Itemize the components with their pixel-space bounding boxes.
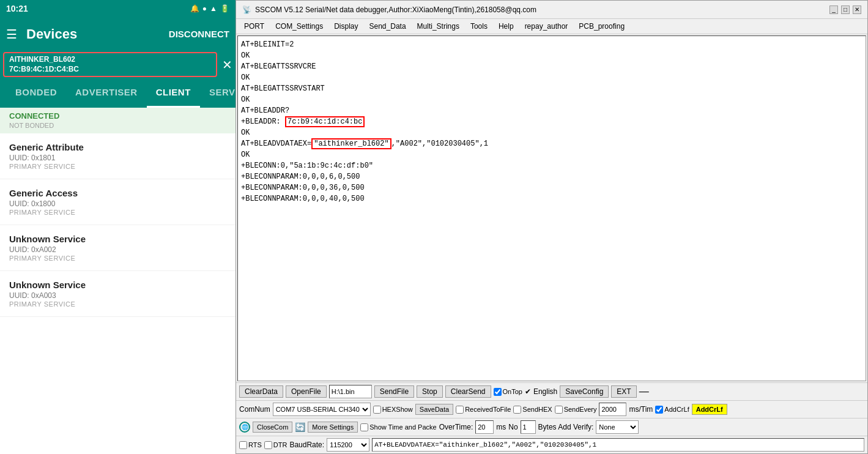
add-crlf-checkbox[interactable] [655,406,663,414]
send-every-label[interactable]: SendEvery [555,406,597,414]
send-hex-checkbox[interactable] [513,406,521,414]
save-data-button[interactable]: SaveData [415,404,453,415]
sscom-app-icon: 📡 [242,6,251,14]
rts-label[interactable]: RTS [239,441,262,449]
service-uuid: UUID: 0x1801 [9,154,226,162]
maximize-button[interactable]: □ [841,6,850,14]
add-crlf-label[interactable]: AddCrLf [655,406,689,414]
globe-icon: 🌐 [239,422,250,433]
services-list: Generic Attribute UUID: 0x1801 PRIMARY S… [0,133,236,454]
service-type: PRIMARY SERVICE [9,163,226,170]
menu-item-port[interactable]: PORT [239,21,269,32]
baud-rate-select[interactable]: 115200 [327,438,369,452]
hamburger-menu-icon[interactable]: ☰ [6,27,17,42]
bottom-toolbar: ClearData OpenFile SendFile Stop ClearSe… [236,382,867,400]
service-type: PRIMARY SERVICE [9,300,226,308]
app-title: Devices [26,26,160,42]
file-path-input[interactable] [329,385,372,398]
menu-item-multi-strings[interactable]: Multi_Strings [412,21,464,32]
more-settings-button[interactable]: More Settings [308,422,358,433]
bytes-add-verify-label: Bytes Add Verify: [538,423,594,431]
minus-icon: — [639,386,649,397]
received-to-file-checkbox[interactable] [456,406,464,414]
bleaddr-highlight: 7c:b9:4c:1d:c4:bc [285,116,365,127]
ext-button[interactable]: EXT [611,385,636,398]
service-name: Unknown Service [9,280,226,290]
service-uuid: UUID: 0xA003 [9,291,226,300]
baud-rate-label: BaudRate: [289,441,324,449]
over-time-label: OverTime: [439,423,473,431]
show-time-label[interactable]: Show Time and Packe [360,423,436,431]
menu-item-pcb-proofing[interactable]: PCB_proofing [574,21,629,32]
menu-item-send-data[interactable]: Send_Data [365,21,411,32]
log-line: +BLEADDR: 7c:b9:4c:1d:c4:bc [241,116,862,127]
over-time-input[interactable] [475,420,494,434]
tabs-row: BONDED ADVERTISER CLIENT SERVER ⋮ [0,78,236,108]
hex-show-checkbox[interactable] [373,406,381,414]
menu-item-display[interactable]: Display [329,21,363,32]
log-line: AT+BLEGATTSSRVCRE [241,61,862,72]
minimize-button[interactable]: _ [829,6,838,14]
service-name: Generic Attribute [9,142,226,152]
service-item[interactable]: Unknown Service UUID: 0xA002 PRIMARY SER… [0,225,236,271]
on-top-checkbox[interactable] [494,388,502,396]
com-port-select[interactable]: COM7 USB-SERIAL CH340 [273,403,371,416]
device-tab-row: AITHINKER_BL602 7C:B9:4C:1D:C4:BC ✕ [0,51,236,78]
input-row-3: RTS DTR BaudRate: 115200 [236,436,867,453]
disconnect-button[interactable]: DISCONNECT [169,29,229,39]
input-row-2: 🌐 CloseCom 🔄 More Settings Show Time and… [236,418,867,436]
stop-button[interactable]: Stop [417,385,443,398]
input-row-1: ComNum COM7 USB-SERIAL CH340 HEXShow Sav… [236,400,867,418]
log-line: OK [241,149,862,160]
menu-item-repay-author[interactable]: repay_author [520,21,573,32]
open-file-button[interactable]: OpenFile [286,385,327,398]
rts-checkbox[interactable] [239,441,247,449]
checkmark-icon: ✔ [525,387,531,396]
menu-item-com-settings[interactable]: COM_Settings [270,21,328,32]
log-line: AT+BLEGATTSSRVSTART [241,83,862,94]
log-line: AT+BLEINIT=2 [241,39,862,50]
dtr-label[interactable]: DTR [264,441,287,449]
service-item[interactable]: Generic Attribute UUID: 0x1801 PRIMARY S… [0,133,236,179]
tab-client[interactable]: CLIENT [147,78,200,108]
on-top-label: OnTop [503,388,522,395]
refresh-icon[interactable]: 🔄 [295,422,305,432]
close-com-button[interactable]: CloseCom [253,422,292,433]
service-name: Unknown Service [9,234,226,244]
service-item[interactable]: Generic Access UUID: 0x1800 PRIMARY SERV… [0,179,236,225]
received-to-file-label[interactable]: ReceivedToFile [456,406,511,414]
sscom-log-content[interactable]: AT+BLEINIT=2OKAT+BLEGATTSSRVCREOKAT+BLEG… [237,35,866,381]
command-input[interactable] [372,438,864,452]
tab-bonded[interactable]: BONDED [6,78,66,108]
menu-item-help[interactable]: Help [494,21,519,32]
add-crlf-button[interactable]: AddCrLf [692,404,727,415]
dtr-checkbox[interactable] [264,441,272,449]
send-every-checkbox[interactable] [555,406,563,414]
device-name: AITHINKER_BL602 [9,55,211,65]
no-input[interactable] [521,420,536,434]
on-top-checkbox-label[interactable]: OnTop [494,388,522,396]
send-file-button[interactable]: SendFile [374,385,414,398]
menu-item-tools[interactable]: Tools [466,21,492,32]
close-button[interactable]: ✕ [853,6,861,14]
show-time-checkbox[interactable] [360,423,368,431]
service-name: Generic Access [9,188,226,198]
device-chip[interactable]: AITHINKER_BL602 7C:B9:4C:1D:C4:BC [3,52,217,77]
service-type: PRIMARY SERVICE [9,255,226,262]
clear-send-button[interactable]: ClearSend [445,385,491,398]
send-hex-label[interactable]: SendHEX [513,406,552,414]
verify-select[interactable]: None [596,420,639,434]
send-every-input[interactable] [599,403,626,416]
service-item[interactable]: Unknown Service UUID: 0xA003 PRIMARY SER… [0,271,236,317]
close-device-icon[interactable]: ✕ [222,58,232,72]
notification-icon: 🔔 [190,4,199,13]
connection-status-not-bonded: NOT BONDED [9,122,54,129]
save-config-button[interactable]: SaveConfig [560,385,609,398]
clear-data-button[interactable]: ClearData [239,385,283,398]
ms-tim-label: ms/Tim [629,405,653,414]
sscom-menubar: PORTCOM_SettingsDisplaySend_DataMulti_St… [236,19,867,34]
battery-icon: 🔋 [220,4,229,13]
hex-show-label[interactable]: HEXShow [373,406,413,414]
app-bar: ☰ Devices DISCONNECT [0,17,236,51]
tab-advertiser[interactable]: ADVERTISER [66,78,147,108]
